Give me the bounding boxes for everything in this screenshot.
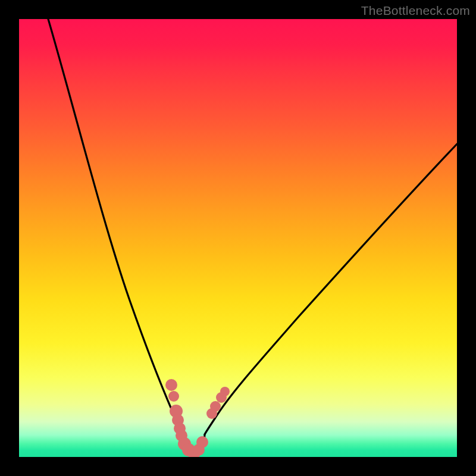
- data-marker: [220, 387, 230, 396]
- data-marker: [168, 391, 179, 402]
- chart-svg: [19, 19, 457, 457]
- curve-layer: [48, 19, 457, 454]
- plot-area: [19, 19, 457, 457]
- data-marker: [210, 401, 221, 412]
- left-curve: [48, 19, 181, 434]
- data-marker: [196, 436, 208, 448]
- marker-layer: [165, 379, 230, 457]
- right-curve: [205, 144, 457, 434]
- data-marker: [165, 379, 177, 391]
- watermark-text: TheBottleneck.com: [361, 4, 470, 18]
- chart-frame: TheBottleneck.com: [0, 0, 476, 476]
